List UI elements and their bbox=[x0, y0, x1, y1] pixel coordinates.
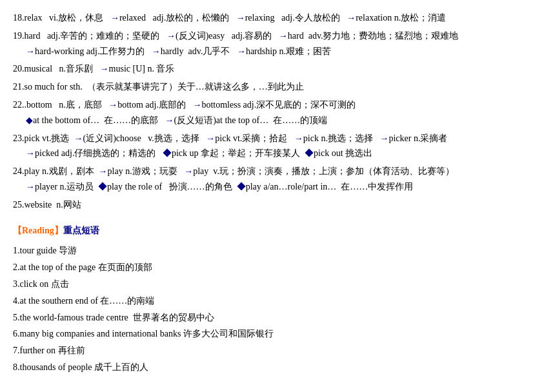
vocab-item-23: 23.pick vt.挑选 →(近义词)choose v.挑选，选择 →pick… bbox=[13, 131, 542, 162]
reading-item-2: 2.at the top of the page 在页面的顶部 bbox=[13, 260, 542, 275]
reading-section: 【Reading】重点短语 1.tour guide 导游 2.at the t… bbox=[13, 223, 542, 375]
vocab-item-21-text: 21.so much for sth. （表示就某事讲完了）关于…就讲这么多，…… bbox=[13, 79, 542, 95]
reading-item-6: 6.many big companies and international b… bbox=[13, 326, 542, 342]
reading-item-4: 4.at the southern end of 在……的南端 bbox=[13, 293, 542, 309]
vocab-item-18: 18.relax vi.放松，休息 →relaxed adj.放松的，松懒的 →… bbox=[13, 10, 542, 26]
vocab-section: 18.relax vi.放松，休息 →relaxed adj.放松的，松懒的 →… bbox=[13, 10, 542, 213]
vocab-item-18-text: 18.relax vi.放松，休息 →relaxed adj.放松的，松懒的 →… bbox=[13, 10, 542, 26]
vocab-item-19-line2: →hard-working adj.工作努力的 →hardly adv.几乎不 … bbox=[13, 44, 542, 59]
reading-item-8: 8.thousands of people 成千上百的人 bbox=[13, 360, 542, 375]
vocab-item-25-text: 25.website n.网站 bbox=[13, 197, 542, 213]
reading-item-5: 5.the world-famous trade centre 世界著名的贸易中… bbox=[13, 310, 542, 326]
vocab-item-19-line1: 19.hard adj.辛苦的；难难的；坚硬的 →(反义词)easy adj.容… bbox=[13, 28, 542, 44]
vocab-item-24: 24.play n.戏剧，剧本 →play n.游戏；玩耍 →play v.玩；… bbox=[13, 164, 542, 195]
vocab-item-21: 21.so much for sth. （表示就某事讲完了）关于…就讲这么多，…… bbox=[13, 79, 542, 95]
reading-items: 1.tour guide 导游 2.at the top of the page… bbox=[13, 243, 542, 375]
reading-item-1: 1.tour guide 导游 bbox=[13, 243, 542, 259]
reading-title-bracket: 【Reading】 bbox=[13, 226, 63, 235]
main-content: 18.relax vi.放松，休息 →relaxed adj.放松的，松懒的 →… bbox=[13, 10, 542, 375]
reading-item-7: 7.further on 再往前 bbox=[13, 343, 542, 358]
vocab-item-24-line1: 24.play n.戏剧，剧本 →play n.游戏；玩耍 →play v.玩；… bbox=[13, 164, 542, 179]
vocab-item-20: 20.musical n.音乐剧 →music [U] n. 音乐 bbox=[13, 61, 542, 77]
vocab-item-23-line2: →picked adj.仔细挑选的；精选的 ◆pick up 拿起；举起；开车接… bbox=[13, 146, 542, 161]
vocab-item-19: 19.hard adj.辛苦的；难难的；坚硬的 →(反义词)easy adj.容… bbox=[13, 28, 542, 59]
vocab-item-24-line2: →player n.运动员 ◆play the role of 扮演……的角色 … bbox=[13, 179, 542, 195]
reading-title: 【Reading】重点短语 bbox=[13, 223, 542, 239]
vocab-item-22: 22..bottom n.底，底部 →bottom adj.底部的 →botto… bbox=[13, 97, 542, 128]
vocab-item-25: 25.website n.网站 bbox=[13, 197, 542, 213]
reading-title-text: 重点短语 bbox=[63, 226, 99, 235]
vocab-item-23-line1: 23.pick vt.挑选 →(近义词)choose v.挑选，选择 →pick… bbox=[13, 131, 542, 146]
vocab-item-20-text: 20.musical n.音乐剧 →music [U] n. 音乐 bbox=[13, 61, 542, 77]
vocab-item-22-line1: 22..bottom n.底，底部 →bottom adj.底部的 →botto… bbox=[13, 97, 542, 113]
vocab-item-22-line2: ◆at the bottom of… 在……的底部 →(反义短语)at the … bbox=[13, 113, 542, 128]
reading-item-3: 3.click on 点击 bbox=[13, 277, 542, 292]
